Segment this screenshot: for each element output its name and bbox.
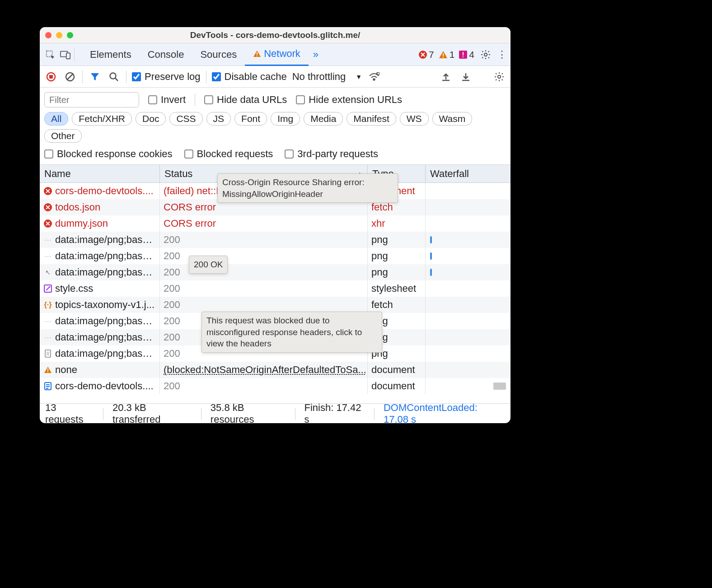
settings-icon[interactable]	[479, 48, 492, 61]
svg-rect-10	[463, 56, 464, 57]
col-name[interactable]: Name	[40, 165, 160, 182]
chip-all[interactable]: All	[44, 112, 68, 126]
blocked-cookies-checkbox[interactable]: Blocked response cookies	[44, 148, 173, 160]
separator	[74, 48, 75, 61]
svg-point-20	[498, 75, 501, 78]
chip-font[interactable]: Font	[234, 112, 267, 126]
error-icon	[419, 51, 427, 59]
network-conditions-icon[interactable]	[367, 70, 381, 84]
separator	[295, 408, 295, 420]
table-row[interactable]: none(blocked:NotSameOriginAfterDefaulted…	[40, 362, 511, 378]
filter-icon[interactable]	[88, 70, 102, 84]
svg-point-11	[484, 53, 487, 56]
separator	[374, 408, 375, 420]
chip-css[interactable]: CSS	[169, 112, 202, 126]
chip-ws[interactable]: WS	[400, 112, 429, 126]
waterfall-cell	[426, 329, 511, 345]
issue-icon	[459, 51, 467, 59]
maximize-icon[interactable]	[67, 32, 73, 38]
hide-ext-urls-checkbox[interactable]: Hide extension URLs	[296, 94, 402, 106]
traffic-lights[interactable]	[45, 32, 73, 38]
waterfall-cell	[426, 183, 511, 199]
chip-doc[interactable]: Doc	[136, 112, 166, 126]
request-name: cors-demo-devtools....	[55, 380, 154, 392]
chip-wasm[interactable]: Wasm	[432, 112, 473, 126]
disable-cache-checkbox[interactable]: Disable cache	[212, 71, 287, 83]
separator	[201, 408, 201, 420]
request-type: document	[371, 364, 415, 376]
resource-type-chips: AllFetch/XHRDocCSSJSFontImgMediaManifest…	[40, 109, 511, 145]
json-icon: {·}	[43, 301, 52, 309]
network-settings-icon[interactable]	[492, 70, 506, 84]
table-row[interactable]: ↖data:image/png;base...200png	[40, 264, 511, 280]
third-party-checkbox[interactable]: 3rd-party requests	[285, 148, 378, 160]
download-har-icon[interactable]	[459, 70, 473, 84]
request-type: fetch	[371, 201, 393, 213]
chip-js[interactable]: JS	[206, 112, 231, 126]
tab-sources[interactable]: Sources	[192, 43, 245, 66]
upload-har-icon[interactable]	[439, 70, 453, 84]
search-icon[interactable]	[107, 70, 121, 84]
extra-filters-row: Blocked response cookies Blocked request…	[40, 145, 511, 165]
waterfall-cell	[426, 362, 511, 378]
warn-icon	[43, 366, 52, 373]
request-status: 200	[164, 299, 180, 311]
chip-other[interactable]: Other	[44, 129, 82, 143]
table-row[interactable]: {·}topics-taxonomy-v1.j...200fetch	[40, 297, 511, 313]
request-status: 200	[164, 315, 180, 327]
chip-img[interactable]: Img	[271, 112, 300, 126]
blocked-requests-checkbox[interactable]: Blocked requests	[184, 148, 273, 160]
footer-dcl[interactable]: DOMContentLoaded: 17.08 s	[384, 402, 505, 424]
chip-fetch-xhr[interactable]: Fetch/XHR	[72, 112, 132, 126]
hide-data-urls-checkbox[interactable]: Hide data URLs	[204, 94, 287, 106]
more-panels-icon[interactable]: »	[313, 49, 319, 61]
dash-icon: ⋯	[43, 236, 52, 244]
footer-transferred: 20.3 kB transferred	[112, 402, 192, 424]
error-count[interactable]: 7	[419, 49, 434, 60]
request-type: png	[371, 266, 388, 278]
waterfall-cell	[426, 297, 511, 313]
tab-elements[interactable]: Elements	[82, 43, 140, 66]
inspect-icon[interactable]	[43, 48, 57, 61]
footer-requests: 13 requests	[45, 402, 94, 424]
chip-media[interactable]: Media	[304, 112, 343, 126]
filter-row: Invert Hide data URLs Hide extension URL…	[40, 88, 511, 109]
file-icon	[43, 350, 52, 358]
minimize-icon[interactable]	[56, 32, 62, 38]
more-icon[interactable]: ⋮	[497, 49, 507, 61]
titlebar: DevTools - cors-demo-devtools.glitch.me/	[40, 27, 511, 43]
dash-icon: ⋯	[43, 317, 52, 326]
request-name: data:image/png;base...	[55, 348, 156, 359]
table-row[interactable]: ⋯data:image/png;base...200png	[40, 248, 511, 264]
table-row[interactable]: ⋯data:image/png;base...200png	[40, 232, 511, 248]
preserve-log-checkbox[interactable]: Preserve log	[132, 71, 201, 83]
invert-checkbox[interactable]: Invert	[148, 94, 186, 106]
request-name: todos.json	[55, 201, 100, 213]
waterfall-cell	[426, 264, 511, 280]
separator	[126, 70, 126, 83]
throttling-select[interactable]: No throttling ▼	[292, 71, 362, 83]
warning-count[interactable]: 1	[439, 49, 455, 60]
status-footer: 13 requests 20.3 kB transferred 35.8 kB …	[40, 403, 511, 423]
svg-rect-30	[47, 369, 48, 371]
footer-resources: 35.8 kB resources	[211, 402, 286, 424]
clear-button[interactable]	[63, 70, 77, 84]
tab-network[interactable]: Network	[245, 43, 309, 66]
col-waterfall[interactable]: Waterfall	[426, 165, 511, 182]
request-status: CORS error	[164, 218, 216, 229]
filter-input[interactable]	[44, 92, 139, 107]
table-row[interactable]: cors-demo-devtools....200document	[40, 378, 511, 394]
separator	[82, 70, 83, 83]
tab-console[interactable]: Console	[140, 43, 192, 66]
close-icon[interactable]	[45, 32, 52, 38]
device-toggle-icon[interactable]	[59, 48, 72, 61]
table-row[interactable]: style.css200stylesheet	[40, 280, 511, 297]
record-button[interactable]	[44, 70, 58, 84]
waterfall-cell	[426, 313, 511, 329]
table-row[interactable]: dummy.jsonCORS errorxhr	[40, 215, 511, 232]
footer-finish: Finish: 17.42 s	[304, 402, 365, 424]
svg-rect-31	[47, 372, 48, 373]
window-title: DevTools - cors-demo-devtools.glitch.me/	[40, 30, 511, 40]
issues-count[interactable]: 4	[459, 49, 474, 60]
chip-manifest[interactable]: Manifest	[347, 112, 396, 126]
